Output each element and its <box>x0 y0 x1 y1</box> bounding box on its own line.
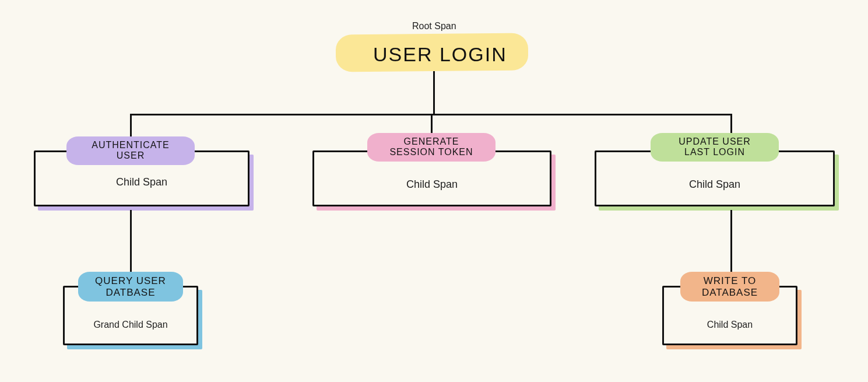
root-title: USER LOGIN <box>373 43 507 66</box>
connector <box>433 71 435 114</box>
span-tag-generate-session-token: GENERATE SESSION TOKEN <box>367 133 496 162</box>
span-body: Grand Child Span <box>63 320 198 330</box>
span-body: Child Span <box>34 176 249 188</box>
span-body: Child Span <box>662 320 797 330</box>
span-tag-write-to-database: WRITE TO DATABASE <box>680 272 779 302</box>
span-body: Child Span <box>595 178 835 191</box>
span-body: Child Span <box>312 178 551 191</box>
connector <box>130 114 730 115</box>
span-tag-query-user-database: QUERY USER DATBASE <box>78 272 183 302</box>
span-tag-update-user-last-login: UPDATE USER LAST LOGIN <box>651 133 779 162</box>
root-span-caption: Root Span <box>412 21 456 31</box>
span-tag-authenticate-user: AUTHENTICATE USER <box>66 136 195 165</box>
